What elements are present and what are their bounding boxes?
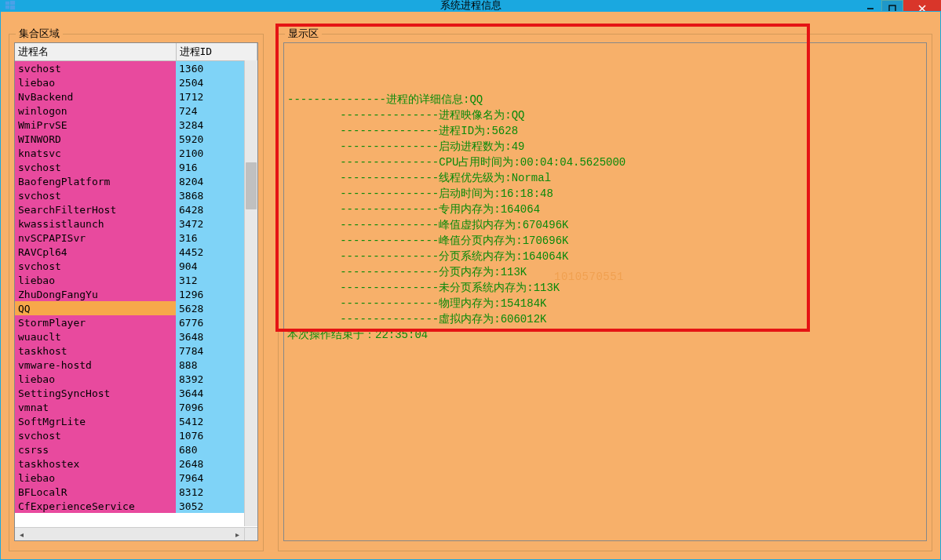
table-row[interactable]: wuauclt3648 xyxy=(15,329,257,344)
table-row[interactable]: RAVCpl644452 xyxy=(15,245,257,259)
scroll-left-icon[interactable]: ◂ xyxy=(15,528,28,541)
table-row[interactable]: BFLocalR8312 xyxy=(15,485,257,499)
display-line: ---------------物理内存为:154184K xyxy=(287,296,923,311)
table-row[interactable]: kwassistlaunch3472 xyxy=(15,216,257,231)
cell-process-name: liebao xyxy=(15,75,176,89)
table-row[interactable]: SoftMgrLite5412 xyxy=(15,414,257,428)
svg-rect-2 xyxy=(5,5,9,9)
table-row[interactable]: StormPlayer6776 xyxy=(15,315,257,329)
table-row[interactable]: CfExperienceService3052 xyxy=(15,499,257,513)
table-row[interactable]: ZhuDongFangYu1296 xyxy=(15,287,257,301)
scroll-right-icon[interactable]: ▸ xyxy=(231,528,244,541)
display-line: ---------------专用内存为:164064 xyxy=(287,202,923,217)
cell-process-name: SettingSyncHost xyxy=(15,386,176,400)
display-line: ---------------进程的详细信息:QQ xyxy=(287,92,923,107)
cell-process-name: knatsvc xyxy=(15,146,176,160)
display-line: ---------------进程映像名为:QQ xyxy=(287,107,923,123)
col-header-pid[interactable]: 进程ID xyxy=(176,43,257,61)
titlebar[interactable]: 系统进程信息 xyxy=(0,0,941,11)
table-row[interactable]: taskhost7784 xyxy=(15,344,257,358)
svg-rect-1 xyxy=(10,1,15,5)
cell-process-name: vmnat xyxy=(15,400,176,414)
table-row[interactable]: liebao8392 xyxy=(15,372,257,386)
cell-process-name: taskhostex xyxy=(15,456,176,471)
cell-process-name: ZhuDongFangYu xyxy=(15,287,176,301)
display-area[interactable]: 1010570551 ---------------进程的详细信息:QQ ---… xyxy=(283,42,927,541)
display-line: ---------------启动进程数为:49 xyxy=(287,139,923,155)
horizontal-scrollbar[interactable]: ◂ ▸ xyxy=(15,527,244,540)
table-row[interactable]: winlogon724 xyxy=(15,104,257,118)
vertical-scrollbar[interactable] xyxy=(244,60,257,526)
cell-process-name: CfExperienceService xyxy=(15,499,176,513)
table-row[interactable]: taskhostex2648 xyxy=(15,456,257,471)
cell-process-name: svchost xyxy=(15,259,176,273)
process-table-wrap: 进程名 进程ID svchost1360liebao2504NvBackend1… xyxy=(14,42,258,541)
svg-rect-3 xyxy=(10,5,15,9)
cell-process-name: svchost xyxy=(15,61,176,75)
cell-process-name: kwassistlaunch xyxy=(15,216,176,231)
scrollbar-corner xyxy=(244,527,257,540)
table-row[interactable]: NvBackend1712 xyxy=(15,89,257,104)
table-row[interactable]: SearchFilterHost6428 xyxy=(15,202,257,216)
process-table-header: 进程名 进程ID xyxy=(15,43,257,61)
table-row[interactable]: liebao2504 xyxy=(15,75,257,89)
table-row[interactable]: vmware-hostd888 xyxy=(15,358,257,372)
table-row[interactable]: svchost904 xyxy=(15,259,257,273)
cell-process-name: WINWORD xyxy=(15,132,176,146)
display-line: ---------------峰值虚拟内存为:670496K xyxy=(287,217,923,233)
table-row[interactable]: vmnat7096 xyxy=(15,400,257,414)
cell-process-name: SoftMgrLite xyxy=(15,414,176,428)
display-line: ---------------进程ID为:5628 xyxy=(287,123,923,139)
display-line: 本次操作结束于：22:35:04 xyxy=(287,327,923,343)
cell-process-name: csrss xyxy=(15,442,176,456)
collection-group-label: 集合区域 xyxy=(16,27,63,41)
client-area: 集合区域 进程名 进程ID svchost1360liebao2504NvBac… xyxy=(0,11,941,560)
col-header-name[interactable]: 进程名 xyxy=(15,43,176,61)
table-row[interactable]: BaofengPlatform8204 xyxy=(15,174,257,188)
watermark-text: 1010570551 xyxy=(554,269,624,285)
collection-group: 集合区域 进程名 进程ID svchost1360liebao2504NvBac… xyxy=(9,34,264,551)
display-line: ---------------虛拟内存为:606012K xyxy=(287,311,923,327)
table-row[interactable]: svchost3868 xyxy=(15,188,257,202)
cell-process-name: wuauclt xyxy=(15,329,176,344)
cell-process-name: liebao xyxy=(15,471,176,485)
cell-process-name: WmiPrvSE xyxy=(15,118,176,132)
cell-process-name: StormPlayer xyxy=(15,315,176,329)
scrollbar-thumb[interactable] xyxy=(246,162,257,209)
table-row[interactable]: QQ5628 xyxy=(15,301,257,315)
window: 系统进程信息 集合区域 进程名 进程ID xyxy=(0,0,941,560)
process-table-body[interactable]: svchost1360liebao2504NvBackend1712winlog… xyxy=(15,61,257,530)
table-row[interactable]: liebao7964 xyxy=(15,471,257,485)
cell-process-name: taskhost xyxy=(15,344,176,358)
cell-process-name: svchost xyxy=(15,188,176,202)
table-row[interactable]: nvSCPAPISvr316 xyxy=(15,231,257,245)
table-row[interactable]: liebao312 xyxy=(15,273,257,287)
table-row[interactable]: csrss680 xyxy=(15,442,257,456)
display-line: ---------------分页系统内存为:164064K xyxy=(287,249,923,264)
display-group: 显示区 1010570551 ---------------进程的详细信息:QQ… xyxy=(278,34,932,551)
table-row[interactable]: knatsvc2100 xyxy=(15,146,257,160)
display-line: ---------------峰值分页内存为:170696K xyxy=(287,233,923,249)
cell-process-name: liebao xyxy=(15,273,176,287)
cell-process-name: svchost xyxy=(15,160,176,174)
cell-process-name: SearchFilterHost xyxy=(15,202,176,216)
cell-process-name: NvBackend xyxy=(15,89,176,104)
cell-process-name: winlogon xyxy=(15,104,176,118)
cell-process-name: svchost xyxy=(15,428,176,442)
svg-rect-0 xyxy=(5,2,9,5)
table-row[interactable]: WmiPrvSE3284 xyxy=(15,118,257,132)
cell-process-name: RAVCpl64 xyxy=(15,245,176,259)
cell-process-name: liebao xyxy=(15,372,176,386)
app-icon xyxy=(5,0,16,11)
cell-process-name: BaofengPlatform xyxy=(15,174,176,188)
table-row[interactable]: svchost1076 xyxy=(15,428,257,442)
display-line: ---------------启动时间为:16:18:48 xyxy=(287,186,923,202)
table-row[interactable]: svchost916 xyxy=(15,160,257,174)
cell-process-name: vmware-hostd xyxy=(15,358,176,372)
cell-process-name: BFLocalR xyxy=(15,485,176,499)
table-row[interactable]: WINWORD5920 xyxy=(15,132,257,146)
cell-process-name: nvSCPAPISvr xyxy=(15,231,176,245)
table-row[interactable]: SettingSyncHost3644 xyxy=(15,386,257,400)
display-line: ---------------线程优先级为:Normal xyxy=(287,170,923,186)
table-row[interactable]: svchost1360 xyxy=(15,61,257,75)
